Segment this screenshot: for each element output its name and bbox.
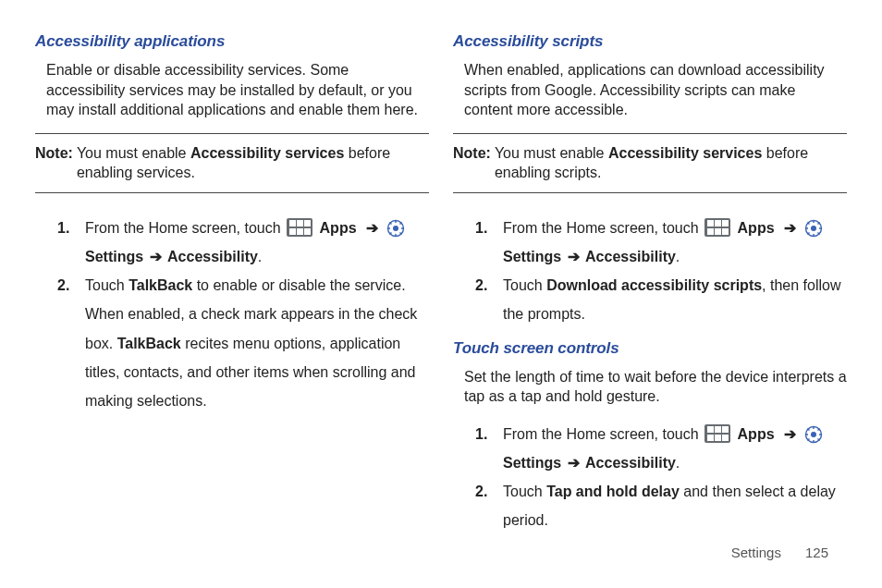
note-bold: Accessibility services [608,145,762,161]
talkback-label: TalkBack [129,277,192,293]
period: . [676,455,680,471]
note-body: You must enable Accessibility services b… [495,143,847,183]
settings-icon [804,219,823,238]
note-block: Note: You must enable Accessibility serv… [35,133,429,193]
apps-icon [704,218,730,237]
t2-pre: Touch [503,484,546,499]
t1-pre: From the Home screen, touch [503,426,703,442]
step1-pre: From the Home screen, touch [85,220,285,236]
note-bold: Accessibility services [190,145,344,161]
svg-point-5 [811,432,816,437]
manual-page: Accessibility applications Enable or dis… [0,0,882,545]
arrow-icon: ➔ [784,426,796,442]
period: . [676,249,680,264]
arrow-icon: ➔ [150,249,162,264]
step-2: Touch TalkBack to enable or disable the … [57,271,429,415]
note-pre: You must enable [77,145,190,161]
heading-accessibility-applications: Accessibility applications [35,31,429,53]
s2-pre: Touch [503,277,546,293]
arrow-icon: ➔ [366,220,378,236]
accessibility-label: Accessibility [585,455,676,471]
step-2: Touch Tap and hold delay and then select… [475,477,847,534]
intro-text: Enable or disable accessibility services… [46,60,429,120]
step-1: From the Home screen, touch Apps ➔ Setti… [57,214,429,271]
touch-intro: Set the length of time to wait before th… [464,367,847,407]
apps-label: Apps [738,426,775,442]
accessibility-label: Accessibility [585,249,676,264]
page-footer: Settings 125 [731,545,828,560]
apps-icon [287,218,312,237]
heading-accessibility-scripts: Accessibility scripts [453,31,847,53]
apps-label: Apps [320,220,357,236]
step-1: From the Home screen, touch Apps ➔ Setti… [475,420,847,477]
svg-point-1 [393,226,398,231]
download-scripts-label: Download accessibility scripts [546,277,762,293]
s2-pre: Touch [85,277,129,293]
steps-scripts: From the Home screen, touch Apps ➔ Setti… [453,214,847,329]
note-block-scripts: Note: You must enable Accessibility serv… [453,133,847,193]
right-column: Accessibility scripts When enabled, appl… [453,31,847,535]
steps-list: From the Home screen, touch Apps ➔ Setti… [35,214,429,415]
settings-label: Settings [503,455,561,471]
step-1: From the Home screen, touch Apps ➔ Setti… [475,214,847,271]
arrow-icon: ➔ [568,455,580,471]
period: . [258,249,262,264]
left-column: Accessibility applications Enable or dis… [35,31,429,535]
settings-label: Settings [503,249,561,264]
note-label: Note: [35,143,77,164]
note-body: You must enable Accessibility services b… [77,143,429,183]
arrow-icon: ➔ [784,220,796,236]
settings-label: Settings [85,249,143,264]
tap-hold-label: Tap and hold delay [546,484,680,499]
heading-touch-screen-controls: Touch screen controls [453,338,847,360]
scripts-intro: When enabled, applications can download … [464,60,847,120]
settings-icon [386,219,405,238]
page-number: 125 [805,545,828,560]
note-pre: You must enable [495,145,608,161]
settings-icon [804,425,823,444]
steps-touch: From the Home screen, touch Apps ➔ Setti… [453,420,847,535]
talkback-label-2: TalkBack [117,336,181,351]
arrow-icon: ➔ [568,249,580,264]
s1-pre: From the Home screen, touch [503,220,703,236]
note-label: Note: [453,143,495,164]
apps-icon [704,424,730,443]
accessibility-label: Accessibility [167,249,258,264]
step-2: Touch Download accessibility scripts, th… [475,271,847,328]
footer-section: Settings [731,545,781,560]
svg-point-3 [811,226,816,231]
apps-label: Apps [738,220,775,236]
